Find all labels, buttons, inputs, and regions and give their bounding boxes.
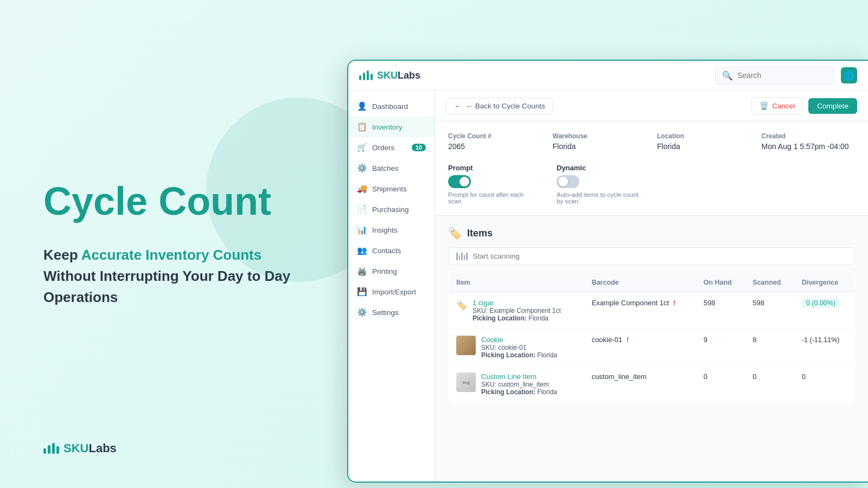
cookie-divergence-value: -1 (-11.11%) [802, 336, 839, 344]
cancel-btn-label: Cancel [772, 102, 795, 110]
cigar-divergence: 0 (0.00%) [794, 292, 855, 329]
sidebar-item-insights[interactable]: 📊 Insights [348, 220, 435, 240]
purchasing-icon: 📄 [357, 204, 367, 214]
topbar: SKULabs 🔍 🌐 [348, 61, 868, 91]
left-panel: Cycle Count Keep Accurate Inventory Coun… [0, 0, 358, 488]
cigar-divergence-value: 0 (0.00%) [802, 298, 840, 308]
sidebar-label-printing: Printing [372, 267, 397, 275]
sidebar-item-purchasing[interactable]: 📄 Purchasing [348, 199, 435, 220]
barcode-scan-icon [456, 253, 468, 260]
created-label: Created [762, 132, 856, 140]
subtitle-keep: Keep [43, 247, 81, 263]
trash-icon: 🗑️ [760, 101, 769, 110]
orders-badge: 10 [412, 144, 426, 151]
cigar-barcode-cell: Example Component 1ct ! [584, 292, 696, 329]
cookie-barcode-cell: cookie-01 ! [584, 329, 696, 366]
scan-input-wrapper [448, 247, 855, 265]
custom-divergence: 0 [794, 366, 855, 403]
sidebar-label-settings: Settings [372, 309, 399, 317]
created-field: Created Mon Aug 1 5:57pm -04:00 [762, 132, 856, 151]
col-scanned: Scanned [745, 273, 794, 292]
sidebar-item-dashboard[interactable]: 👤 Dashboard [348, 96, 435, 117]
location-label: Location [657, 132, 751, 140]
sidebar-item-import-export[interactable]: 💾 Import/Export [348, 281, 435, 302]
globe-button[interactable]: 🌐 [841, 67, 857, 84]
custom-sku: SKU: custom_line_item [481, 381, 557, 388]
sidebar-label-purchasing: Purchasing [372, 206, 409, 214]
skulabs-logo-bottom: SKULabs [43, 441, 117, 455]
custom-name-link[interactable]: Custom Line Item [481, 373, 537, 381]
search-box[interactable]: 🔍 [715, 67, 834, 85]
batches-icon: ⚙️ [357, 163, 367, 173]
sidebar-item-inventory[interactable]: 📋 Inventory [348, 117, 435, 137]
sidebar-item-settings[interactable]: ⚙️ Settings [348, 302, 435, 323]
cycle-count-info-grid: Cycle Count # 2065 Warehouse Florida Loc… [448, 132, 855, 151]
back-to-cycle-counts-button[interactable]: ← ← Back to Cycle Counts [446, 98, 553, 114]
cigar-on-hand: 598 [696, 292, 745, 329]
import-export-icon: 💾 [357, 287, 367, 297]
sidebar-item-batches[interactable]: ⚙️ Batches [348, 158, 435, 178]
item-cell-custom: img Custom Line Item SKU: custom_line_it… [449, 366, 584, 403]
item-cell-cookie: Cookie SKU: cookie-01 Picking Location: … [449, 329, 584, 366]
custom-thumbnail: img [456, 373, 476, 392]
subtitle-line3: Operations [43, 289, 118, 305]
cigar-name-link[interactable]: 1 cigar [473, 299, 494, 307]
dynamic-description: Auto-add items to cycle count by scan. [557, 191, 643, 204]
cookie-on-hand: 9 [696, 329, 745, 366]
col-item: Item [449, 273, 584, 292]
scan-input[interactable] [473, 252, 847, 260]
cigar-sku: SKU: Example Component 1ct [473, 307, 561, 314]
sidebar-item-printing[interactable]: 🖨️ Printing [348, 261, 435, 281]
app-window: SKULabs 🔍 🌐 👤 Dashboard 📋 Inventory 🛒 Or… [347, 60, 868, 483]
complete-button[interactable]: Complete [808, 98, 857, 114]
warehouse-field: Warehouse Florida [553, 132, 647, 151]
shipments-icon: 🚚 [357, 184, 367, 194]
cookie-sku: SKU: cookie-01 [481, 344, 557, 351]
sidebar-item-shipments[interactable]: 🚚 Shipments [348, 178, 435, 199]
dynamic-toggle[interactable] [557, 175, 579, 188]
sidebar-item-contacts[interactable]: 👥 Contacts [348, 240, 435, 261]
items-title: Items [467, 228, 493, 239]
warehouse-value: Florida [553, 142, 647, 151]
cigar-picking: Picking Location: Florida [473, 314, 561, 322]
custom-on-hand: 0 [696, 366, 745, 403]
prompt-label: Prompt [448, 164, 535, 172]
orders-icon: 🛒 [357, 143, 367, 152]
item-cell-cigar: 🏷️ 1 cigar SKU: Example Component 1ct Pi… [449, 292, 584, 329]
back-arrow-icon: ← [454, 102, 462, 110]
col-on-hand: On Hand [696, 273, 745, 292]
search-input[interactable] [737, 71, 827, 80]
sidebar-label-contacts: Contacts [372, 247, 401, 255]
cookie-scanned: 8 [745, 329, 794, 366]
cigar-barcode-warning: ! [673, 299, 675, 307]
cookie-name-link[interactable]: Cookie [481, 336, 503, 344]
insights-icon: 📊 [357, 225, 367, 235]
cigar-tag-icon: 🏷️ [456, 300, 467, 310]
sidebar-label-dashboard: Dashboard [372, 102, 408, 111]
prompt-toggle[interactable] [448, 175, 471, 188]
custom-barcode-value: custom_line_item [592, 373, 647, 381]
dynamic-label: Dynamic [557, 164, 643, 172]
complete-btn-label: Complete [817, 102, 848, 110]
dynamic-toggle-switch [557, 175, 643, 188]
topbar-logo: SKULabs [359, 70, 420, 81]
table-row: Cookie SKU: cookie-01 Picking Location: … [449, 329, 855, 366]
table-row: img Custom Line Item SKU: custom_line_it… [449, 366, 855, 403]
main-layout: 👤 Dashboard 📋 Inventory 🛒 Orders 10 ⚙️ B… [348, 91, 868, 481]
sidebar-label-inventory: Inventory [372, 123, 403, 131]
custom-divergence-value: 0 [802, 373, 806, 381]
location-field: Location Florida [657, 132, 751, 151]
content-header: ← ← Back to Cycle Counts 🗑️ Cancel Compl… [435, 91, 868, 121]
sku-text-bottom: SKU [63, 441, 88, 455]
sidebar-label-import-export: Import/Export [372, 288, 416, 296]
cookie-barcode-value: cookie-01 [592, 336, 622, 344]
cookie-thumbnail [456, 336, 476, 355]
content-area: ← ← Back to Cycle Counts 🗑️ Cancel Compl… [435, 91, 868, 481]
logo-bars-bottom [43, 443, 59, 454]
cigar-scanned: 598 [745, 292, 794, 329]
sidebar-item-orders[interactable]: 🛒 Orders 10 [348, 137, 435, 158]
items-header: 🏷️ Items [448, 227, 855, 240]
cancel-button[interactable]: 🗑️ Cancel [751, 97, 803, 114]
items-section: 🏷️ Items Item [435, 216, 868, 481]
sidebar-label-insights: Insights [372, 226, 398, 234]
